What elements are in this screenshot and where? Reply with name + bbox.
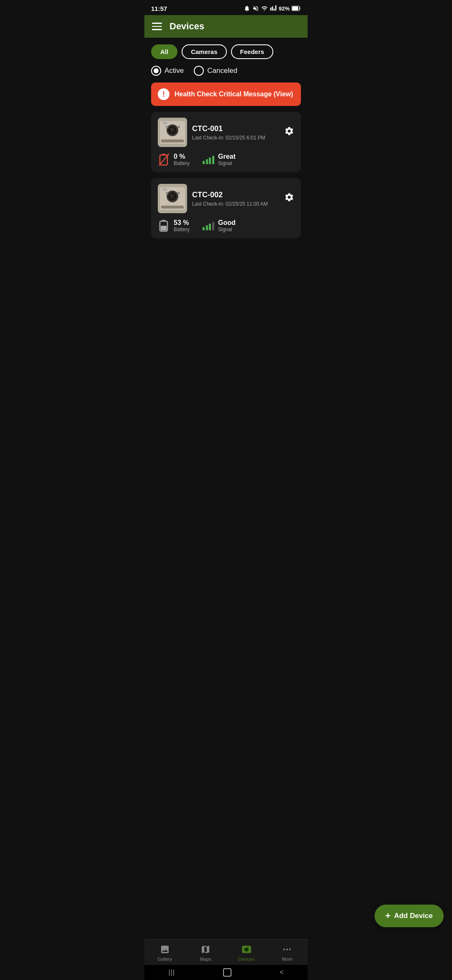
filter-all[interactable]: All [151,44,177,59]
svg-rect-1 [293,7,298,10]
signal-text-ctc001: Great Signal [218,153,236,166]
device-stats-ctc001: 0 % Battery Great Signal [158,153,294,166]
battery-icon-ctc001 [158,153,170,166]
alert-warning-icon: ! [158,88,170,100]
svg-rect-27 [161,226,167,230]
signal-icon-ctc001 [202,153,215,166]
battery-stat-ctc002: 53 % Battery [158,219,190,232]
battery-text-ctc002: 53 % Battery [174,219,190,232]
signal-value-ctc002: Good [218,219,236,227]
battery-label-ctc002: Battery [174,227,190,232]
signal-value-ctc001: Great [218,153,236,160]
device-info-ctc002: CTC-002 Last Check-in: 02/25/25 11:00 AM [192,191,279,207]
signal-bar-3 [209,157,211,164]
health-check-alert[interactable]: ! Health Check Critical Message (View) [151,83,301,106]
device-card-top-ctc002: CTC-002 Last Check-in: 02/25/25 11:00 AM [158,184,294,213]
battery-percentage: 92% [279,5,290,12]
status-icons: 92% [244,5,301,12]
battery-value-ctc001: 0 % [174,153,190,160]
signal-bar-2 [206,225,208,230]
signal-stat-ctc002: Good Signal [202,219,236,232]
filter-feeders[interactable]: Feeders [231,44,274,59]
status-filter: Active Canceled [151,66,301,76]
signal-bar-4 [212,222,214,230]
status-time: 11:57 [151,5,167,12]
alert-message: Health Check Critical Message (View) [175,90,293,98]
signal-bar-1 [203,161,205,164]
alarm-icon [244,5,250,12]
svg-point-11 [177,126,180,128]
svg-point-24 [177,192,180,194]
svg-rect-8 [163,122,167,124]
radio-canceled-label: Canceled [207,67,237,75]
signal-stat-ctc001: Great Signal [202,153,236,166]
svg-point-7 [170,128,172,130]
radio-active[interactable]: Active [151,66,184,76]
device-name-ctc001: CTC-001 [192,124,279,133]
device-name-ctc002: CTC-002 [192,191,279,199]
battery-text-ctc001: 0 % Battery [174,153,190,166]
content-area: All Cameras Feeders Active Canceled ! He… [144,38,308,251]
svg-rect-9 [161,139,184,142]
svg-rect-13 [162,154,165,155]
device-card-ctc002[interactable]: CTC-002 Last Check-in: 02/25/25 11:00 AM [151,178,301,238]
app-header: Devices [144,15,308,38]
battery-label-ctc001: Battery [174,160,190,166]
signal-bar-4 [212,156,214,164]
cellular-icon [270,5,277,12]
signal-label-ctc001: Signal [218,160,236,166]
signal-bar-2 [206,159,208,164]
device-info-ctc001: CTC-001 Last Check-in: 02/15/25 6:01 PM [192,124,279,141]
radio-canceled-circle [194,66,204,76]
battery-value-ctc002: 53 % [174,219,190,227]
device-card-top-ctc001: CTC-001 Last Check-in: 02/15/25 6:01 PM [158,118,294,147]
radio-active-circle [151,66,161,76]
mute-icon [252,5,259,12]
wifi-icon [261,5,268,12]
signal-icon-ctc002 [202,219,215,232]
battery-stat-ctc001: 0 % Battery [158,153,190,166]
device-image-ctc002 [158,184,187,213]
svg-rect-26 [162,220,165,222]
signal-label-ctc002: Signal [218,227,236,232]
svg-rect-21 [163,188,167,191]
svg-rect-22 [161,206,184,209]
device-image-ctc001 [158,118,187,147]
status-bar: 11:57 92% [144,0,308,15]
page-title: Devices [170,21,204,32]
svg-point-20 [170,194,172,196]
device-checkin-ctc002: Last Check-in: 02/25/25 11:00 AM [192,201,279,207]
device-card-ctc001[interactable]: CTC-001 Last Check-in: 02/15/25 6:01 PM [151,112,301,172]
svg-point-10 [166,126,168,128]
menu-button[interactable] [152,23,162,30]
radio-active-label: Active [164,67,184,75]
device-stats-ctc002: 53 % Battery Good Signal [158,219,294,232]
battery-icon-ctc002 [158,219,170,232]
signal-text-ctc002: Good Signal [218,219,236,232]
device-settings-ctc001[interactable] [284,126,294,139]
filter-pills: All Cameras Feeders [151,44,301,59]
svg-point-23 [166,192,168,194]
device-checkin-ctc001: Last Check-in: 02/15/25 6:01 PM [192,135,279,141]
filter-cameras[interactable]: Cameras [182,44,226,59]
signal-bar-3 [209,224,211,230]
device-settings-ctc002[interactable] [284,192,294,205]
battery-status-icon [292,6,301,11]
signal-bar-1 [203,227,205,230]
radio-canceled[interactable]: Canceled [194,66,237,76]
